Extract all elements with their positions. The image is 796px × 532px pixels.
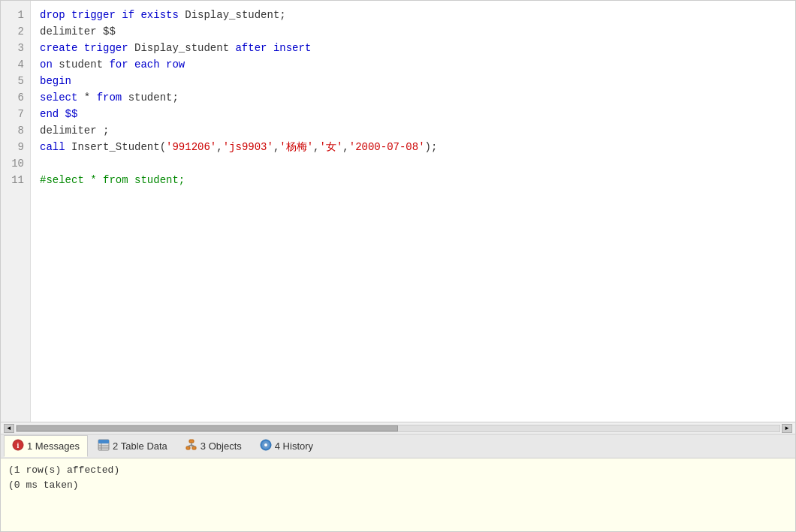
tab-objects[interactable]: 3 Objects bbox=[177, 435, 250, 457]
code-line: drop trigger if exists Display_student; bbox=[40, 7, 786, 23]
code-line: select * from student; bbox=[40, 89, 786, 106]
code-line: #select * from student; bbox=[40, 172, 786, 188]
code-lines[interactable]: drop trigger if exists Display_student;d… bbox=[31, 1, 795, 422]
table-data-label: 2 Table Data bbox=[113, 440, 167, 452]
code-line: on student for each row bbox=[40, 56, 786, 73]
tab-history[interactable]: 4 History bbox=[252, 435, 321, 457]
messages-label: 1 Messages bbox=[27, 440, 80, 452]
svg-text:i: i bbox=[17, 441, 20, 449]
line-numbers: 1234567891011 bbox=[1, 1, 31, 422]
code-scrollbar: ◄ ► bbox=[1, 422, 795, 434]
objects-label: 3 Objects bbox=[201, 440, 242, 452]
svg-rect-3 bbox=[98, 440, 109, 443]
objects-icon bbox=[185, 439, 197, 453]
code-line: delimiter $$ bbox=[40, 23, 786, 40]
output-area: (1 row(s) affected)(0 ms taken) bbox=[1, 458, 795, 531]
output-line: (1 row(s) affected) bbox=[8, 463, 788, 478]
code-line: delimiter ; bbox=[40, 122, 786, 139]
scroll-right-arrow[interactable]: ► bbox=[782, 424, 792, 433]
scrollbar-track[interactable] bbox=[16, 425, 780, 432]
scrollbar-thumb[interactable] bbox=[17, 425, 398, 431]
table-data-icon bbox=[98, 439, 110, 453]
history-icon bbox=[260, 439, 272, 453]
code-line: end $$ bbox=[40, 106, 786, 122]
tab-table-data[interactable]: 2 Table Data bbox=[89, 435, 176, 457]
tabs-bar: i1 Messages2 Table Data3 Objects4 Histor… bbox=[1, 434, 795, 458]
code-line bbox=[40, 155, 786, 172]
output-line: (0 ms taken) bbox=[8, 478, 788, 493]
svg-rect-7 bbox=[189, 440, 194, 443]
svg-rect-9 bbox=[192, 446, 196, 449]
bottom-panel: i1 Messages2 Table Data3 Objects4 Histor… bbox=[0, 434, 796, 532]
history-label: 4 History bbox=[275, 440, 313, 452]
main-container: 1234567891011 drop trigger if exists Dis… bbox=[0, 0, 796, 532]
messages-icon: i bbox=[12, 439, 24, 453]
scroll-left-arrow[interactable]: ◄ bbox=[4, 424, 14, 433]
code-editor: 1234567891011 drop trigger if exists Dis… bbox=[0, 0, 796, 434]
tab-messages[interactable]: i1 Messages bbox=[4, 435, 88, 457]
code-content: 1234567891011 drop trigger if exists Dis… bbox=[1, 1, 795, 422]
code-line: call Insert_Student('991206','js9903','杨… bbox=[40, 139, 786, 155]
code-line: create trigger Display_student after ins… bbox=[40, 40, 786, 56]
svg-point-15 bbox=[264, 443, 267, 446]
code-line: begin bbox=[40, 73, 786, 89]
